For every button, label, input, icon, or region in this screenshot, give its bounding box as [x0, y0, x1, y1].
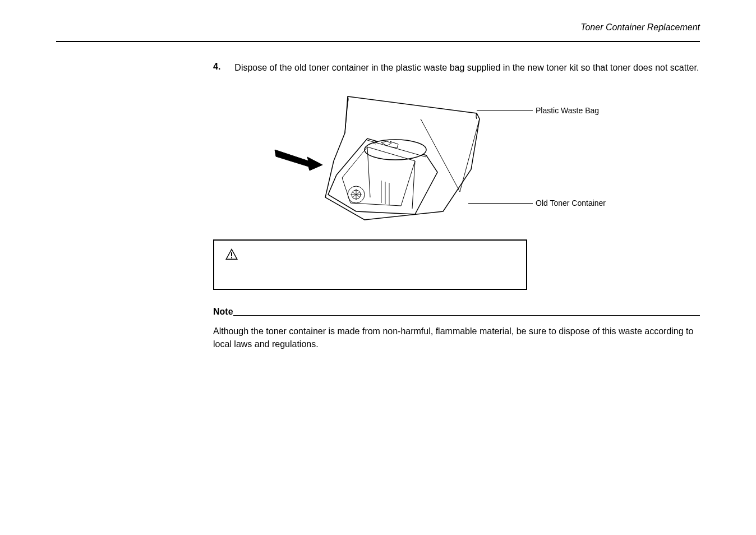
- step-text: Dispose of the old toner container in th…: [234, 62, 699, 74]
- warning-icon: [224, 248, 239, 264]
- section-title: Toner Container Replacement: [580, 22, 700, 32]
- label-container: Old Toner Container: [536, 199, 606, 207]
- main-content: 4. Dispose of the old toner container in…: [56, 62, 700, 350]
- diagram-container: Plastic Waste Bag Old Toner Container: [213, 85, 700, 225]
- svg-point-2: [365, 140, 426, 160]
- svg-rect-13: [231, 257, 232, 259]
- label-line-container: [468, 203, 533, 204]
- step-row: 4. Dispose of the old toner container in…: [213, 62, 700, 74]
- note-underline: [233, 315, 700, 316]
- label-line-bag: [477, 110, 533, 111]
- svg-line-1: [460, 119, 480, 192]
- toner-bag-diagram: [269, 85, 482, 225]
- note-heading: Note: [213, 307, 700, 317]
- label-bag: Plastic Waste Bag: [536, 106, 599, 115]
- note-text: Although the toner container is made fro…: [213, 325, 700, 350]
- note-label: Note: [213, 307, 233, 317]
- caution-box: [213, 239, 527, 290]
- page-header: Toner Container Replacement: [56, 22, 700, 42]
- step-number: 4.: [213, 62, 220, 74]
- svg-rect-12: [231, 252, 232, 256]
